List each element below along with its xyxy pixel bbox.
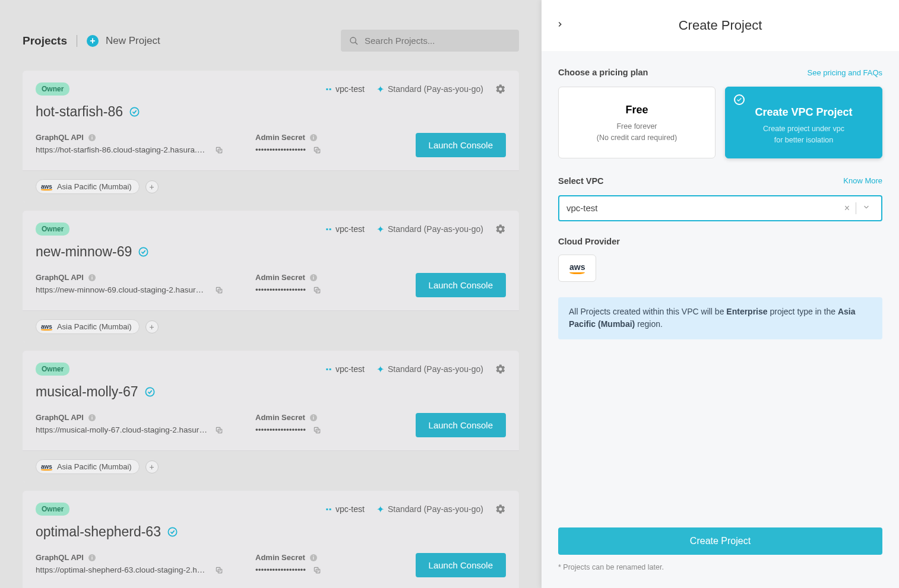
panel-body: Choose a pricing plan See pricing and FA… — [542, 51, 899, 516]
plan-vpc-sub1: Create project under vpc — [733, 123, 875, 135]
api-label: GraphQL APIi — [36, 413, 238, 422]
create-project-button[interactable]: Create Project — [558, 527, 882, 555]
info-icon[interactable]: i — [310, 554, 317, 561]
region-chip[interactable]: awsAsia Pacific (Mumbai) — [36, 179, 140, 194]
network-icon: ▪▪ — [325, 225, 332, 233]
provider-section-label: Cloud Provider — [558, 237, 882, 246]
page-title: Projects — [23, 34, 67, 47]
clear-icon[interactable]: × — [838, 203, 856, 214]
back-button[interactable] — [556, 20, 564, 31]
owner-badge: Owner — [36, 82, 69, 96]
add-region-button[interactable]: + — [145, 320, 159, 333]
chevron-down-icon[interactable] — [856, 203, 874, 214]
svg-point-17 — [168, 527, 176, 536]
plan-section-row: Choose a pricing plan See pricing and FA… — [558, 68, 882, 77]
secret-label: Admin Secreti — [255, 133, 374, 142]
new-project-button[interactable]: + New Project — [87, 35, 160, 47]
info-icon[interactable]: i — [310, 134, 317, 141]
info-icon[interactable]: i — [88, 274, 96, 281]
search-icon — [349, 36, 359, 46]
network-icon: ▪▪ — [325, 85, 332, 93]
copy-icon[interactable] — [215, 426, 223, 434]
check-circle-icon — [138, 246, 149, 258]
owner-badge: Owner — [36, 223, 69, 236]
plan-free-sub1: Free forever — [566, 121, 708, 132]
secret-mask: •••••••••••••••••• — [255, 425, 306, 434]
vpc-tag[interactable]: ▪▪vpc-test — [325, 504, 365, 514]
pricing-link[interactable]: See pricing and FAQs — [808, 68, 882, 77]
check-circle-icon — [129, 106, 140, 117]
provider-aws[interactable]: aws — [558, 255, 596, 282]
info-icon[interactable]: i — [310, 414, 317, 421]
info-icon[interactable]: i — [88, 554, 96, 561]
api-url: https://optimal-shepherd-63.cloud-stagin… — [36, 565, 208, 574]
divider — [77, 35, 77, 47]
plan-free-title: Free — [566, 104, 708, 116]
project-name[interactable]: musical-molly-67 — [36, 384, 138, 400]
secret-label: Admin Secreti — [255, 273, 374, 282]
check-circle-icon — [167, 526, 178, 538]
aws-icon: aws — [41, 463, 52, 471]
panel-header: Create Project — [542, 0, 899, 51]
panel-footer: Create Project * Projects can be renamed… — [542, 516, 899, 588]
launch-console-button[interactable]: Launch Console — [416, 273, 506, 297]
api-url: https://new-minnow-69.cloud-staging-2.ha… — [36, 285, 208, 294]
add-region-button[interactable]: + — [145, 460, 159, 473]
gear-icon[interactable] — [495, 84, 506, 94]
network-icon: ▪▪ — [325, 505, 332, 513]
info-icon[interactable]: i — [88, 134, 96, 141]
gear-icon[interactable] — [495, 224, 506, 234]
copy-icon[interactable] — [215, 146, 223, 154]
copy-icon[interactable] — [313, 566, 321, 574]
api-label: GraphQL APIi — [36, 273, 238, 282]
secret-label: Admin Secreti — [255, 553, 374, 562]
copy-icon[interactable] — [313, 426, 321, 434]
copy-icon[interactable] — [313, 146, 321, 154]
new-project-label: New Project — [106, 35, 160, 47]
sparkle-icon: ✦ — [376, 84, 384, 95]
gear-icon[interactable] — [495, 364, 506, 374]
project-name[interactable]: new-minnow-69 — [36, 244, 132, 260]
vpc-select-value: vpc-test — [566, 203, 838, 213]
vpc-tag[interactable]: ▪▪vpc-test — [325, 224, 365, 234]
info-icon[interactable]: i — [310, 274, 317, 281]
projects-main: Projects + New Project Owner ▪▪vpc-test … — [0, 0, 542, 588]
vpc-tag[interactable]: ▪▪vpc-test — [325, 364, 365, 374]
launch-console-button[interactable]: Launch Console — [416, 413, 506, 437]
plan-vpc-sub2: for better isolation — [733, 135, 875, 146]
check-icon — [734, 94, 745, 105]
plan-free-sub2: (No credit card required) — [566, 132, 708, 144]
plan-free[interactable]: Free Free forever (No credit card requir… — [558, 87, 716, 158]
plan-tag: ✦Standard (Pay-as-you-go) — [376, 84, 483, 95]
plan-tag: ✦Standard (Pay-as-you-go) — [376, 504, 483, 515]
search-input[interactable] — [365, 36, 511, 46]
region-chip[interactable]: awsAsia Pacific (Mumbai) — [36, 459, 140, 474]
gear-icon[interactable] — [495, 504, 506, 514]
plan-vpc[interactable]: Create VPC Project Create project under … — [725, 87, 882, 158]
api-url: https://musical-molly-67.cloud-staging-2… — [36, 425, 208, 434]
search-box[interactable] — [341, 30, 519, 52]
add-region-button[interactable]: + — [145, 180, 159, 193]
vpc-tag[interactable]: ▪▪vpc-test — [325, 84, 365, 94]
project-name[interactable]: optimal-shepherd-63 — [36, 524, 161, 540]
launch-console-button[interactable]: Launch Console — [416, 133, 506, 157]
region-chip[interactable]: awsAsia Pacific (Mumbai) — [36, 319, 140, 334]
vpc-notice: All Projects created within this VPC wil… — [558, 297, 882, 339]
vpc-select[interactable]: vpc-test × — [558, 195, 882, 221]
aws-icon: aws — [41, 183, 52, 190]
copy-icon[interactable] — [215, 286, 223, 294]
launch-console-button[interactable]: Launch Console — [416, 553, 506, 577]
api-url: https://hot-starfish-86.cloud-staging-2.… — [36, 145, 208, 154]
project-card: Owner ▪▪vpc-test ✦Standard (Pay-as-you-g… — [23, 211, 519, 342]
copy-icon[interactable] — [313, 286, 321, 294]
api-label: GraphQL APIi — [36, 133, 238, 142]
project-card: Owner ▪▪vpc-test ✦Standard (Pay-as-you-g… — [23, 491, 519, 588]
plan-tag: ✦Standard (Pay-as-you-go) — [376, 364, 483, 375]
project-name[interactable]: hot-starfish-86 — [36, 104, 123, 120]
copy-icon[interactable] — [215, 566, 223, 574]
info-icon[interactable]: i — [88, 414, 96, 421]
project-card: Owner ▪▪vpc-test ✦Standard (Pay-as-you-g… — [23, 71, 519, 202]
secret-label: Admin Secreti — [255, 413, 374, 422]
secret-mask: •••••••••••••••••• — [255, 145, 306, 154]
vpc-know-more-link[interactable]: Know More — [843, 176, 882, 185]
